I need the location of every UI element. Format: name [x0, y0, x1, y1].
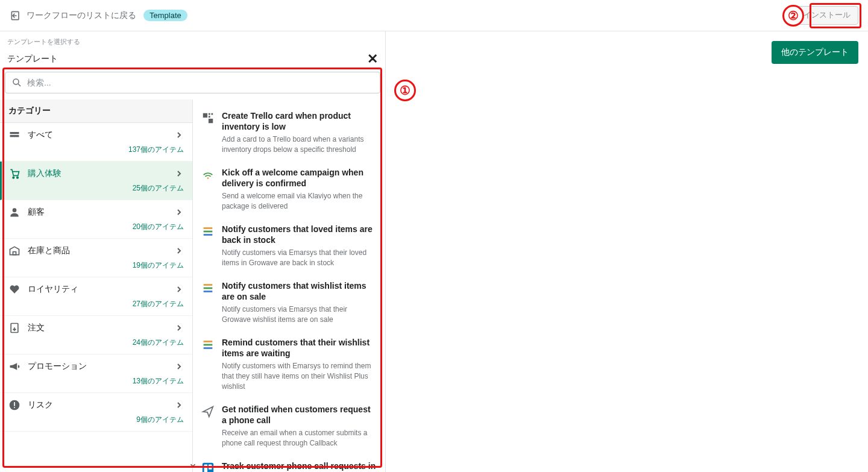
template-title: Track customer phone call requests in Tr… [222, 461, 377, 472]
svg-rect-14 [209, 113, 210, 115]
svg-rect-10 [14, 402, 15, 406]
orders-icon [8, 322, 20, 334]
category-label: すべて [28, 130, 167, 140]
inventory-icon [8, 245, 20, 257]
template-item[interactable]: Get notified when customers request a ph… [193, 398, 385, 455]
wifi-icon [201, 168, 215, 181]
template-desc: Send a welcome email via Klaviyo when th… [222, 191, 377, 212]
back-to-workflows-link[interactable]: ワークフローのリストに戻る [10, 10, 136, 22]
close-icon[interactable]: ✕ [367, 51, 378, 67]
panel-body: カテゴリー すべて 137個のアイテム 購入体験 25個のアイ [0, 99, 385, 472]
megaphone-icon [8, 360, 20, 373]
category-count: 137個のアイテム [8, 145, 184, 155]
template-title: Create Trello card when product inventor… [222, 110, 377, 132]
cart-icon [8, 168, 20, 180]
annotation-number-2: ② [782, 5, 804, 27]
svg-rect-12 [203, 113, 207, 118]
category-label: 注文 [28, 323, 167, 333]
category-count: 25個のアイテム [8, 183, 184, 194]
template-item[interactable]: Kick off a welcome campaign when deliver… [193, 161, 385, 218]
other-templates-button[interactable]: 他のテンプレート [772, 41, 858, 64]
category-loyalty[interactable]: ロイヤリティ 27個のアイテム [0, 277, 192, 316]
panel-title: テンプレート [7, 54, 58, 65]
svg-point-1 [13, 79, 19, 84]
category-buying-experience[interactable]: 購入体験 25個のアイテム [0, 162, 192, 200]
svg-rect-16 [209, 116, 210, 118]
svg-rect-13 [209, 119, 213, 123]
template-title: Get notified when customers request a ph… [222, 404, 377, 426]
category-label: 在庫と商品 [28, 245, 167, 256]
paper-plane-icon [201, 405, 215, 418]
svg-rect-15 [212, 113, 213, 115]
svg-rect-20 [209, 464, 212, 469]
category-promotions[interactable]: プロモーション 13個のアイテム [0, 354, 192, 393]
category-count: 27個のアイテム [8, 299, 184, 309]
svg-rect-2 [10, 132, 19, 134]
category-count: 20個のアイテム [8, 222, 184, 232]
template-item[interactable]: Notify customers that wishlist items are… [193, 274, 385, 331]
template-panel: テンプレートを選択する テンプレート ✕ カテゴリー すべて [0, 31, 386, 472]
back-icon [10, 10, 22, 22]
svg-point-17 [207, 177, 209, 179]
content-area: テンプレートを選択する テンプレート ✕ カテゴリー すべて [0, 31, 868, 472]
topbar-left: ワークフローのリストに戻る Template [10, 10, 187, 22]
svg-point-5 [17, 177, 19, 178]
alert-icon [8, 399, 20, 411]
category-count: 13個のアイテム [8, 376, 184, 386]
stack-icon [8, 129, 20, 141]
svg-rect-3 [10, 135, 19, 137]
template-desc: Notify customers via Emarsys that their … [222, 248, 377, 268]
chevron-down-icon [187, 461, 198, 470]
svg-rect-19 [204, 464, 208, 472]
search-input[interactable] [27, 78, 374, 87]
category-label: 顧客 [28, 207, 167, 218]
template-title: Notify customers that loved items are ba… [222, 224, 377, 245]
svg-rect-11 [14, 407, 15, 408]
category-count: 9個のアイテム [8, 415, 184, 425]
svg-point-4 [13, 177, 14, 178]
svg-rect-7 [13, 252, 16, 255]
stripes-icon [201, 225, 215, 238]
category-inventory[interactable]: 在庫と商品 19個のアイテム [0, 239, 192, 277]
template-item[interactable]: Notify customers that loved items are ba… [193, 218, 385, 274]
chevron-right-icon [174, 130, 184, 140]
template-desc: Notify customers via Emarsys that their … [222, 304, 377, 325]
category-count: 24個のアイテム [8, 338, 184, 348]
category-customers[interactable]: 顧客 20個のアイテム [0, 200, 192, 239]
categories-header: カテゴリー [0, 99, 192, 123]
template-desc: Add a card to a Trello board when a vari… [222, 134, 377, 155]
chevron-right-icon [174, 169, 184, 178]
install-button[interactable]: インストール [796, 6, 858, 25]
categories-list: カテゴリー すべて 137個のアイテム 購入体験 25個のアイ [0, 99, 193, 472]
chevron-right-icon [174, 362, 184, 371]
chevron-right-icon [174, 285, 184, 294]
templates-list: Create Trello card when product inventor… [193, 99, 385, 472]
panel-header: テンプレートを選択する [0, 31, 385, 49]
template-item[interactable]: Create Trello card when product inventor… [193, 104, 385, 161]
chevron-right-icon [174, 400, 184, 410]
panel-subtitle: テンプレートを選択する [7, 37, 378, 46]
category-label: リスク [28, 400, 167, 411]
template-item[interactable]: Remind customers that their wishlist ite… [193, 331, 385, 398]
heart-icon [8, 283, 20, 295]
template-desc: Notify customers with Emarsys to remind … [222, 361, 377, 391]
template-badge: Template [143, 10, 187, 21]
stripes-icon [201, 282, 215, 295]
chevron-right-icon [174, 207, 184, 217]
category-risk[interactable]: リスク 9個のアイテム [0, 393, 192, 432]
category-count: 19個のアイテム [8, 260, 184, 271]
template-item[interactable]: Track customer phone call requests in Tr… [193, 455, 385, 472]
category-label: プロモーション [28, 361, 167, 372]
template-desc: Receive an email when a customer submits… [222, 428, 377, 448]
category-label: 購入体験 [28, 168, 167, 179]
search-box[interactable] [5, 72, 380, 93]
template-title: Notify customers that wishlist items are… [222, 280, 377, 302]
svg-point-6 [13, 208, 17, 212]
search-icon [11, 77, 22, 88]
person-icon [8, 206, 20, 218]
stripes-icon [201, 338, 215, 351]
chevron-right-icon [174, 246, 184, 256]
category-all[interactable]: すべて 137個のアイテム [0, 123, 192, 162]
category-orders[interactable]: 注文 24個のアイテム [0, 316, 192, 354]
trello-icon [201, 462, 215, 472]
